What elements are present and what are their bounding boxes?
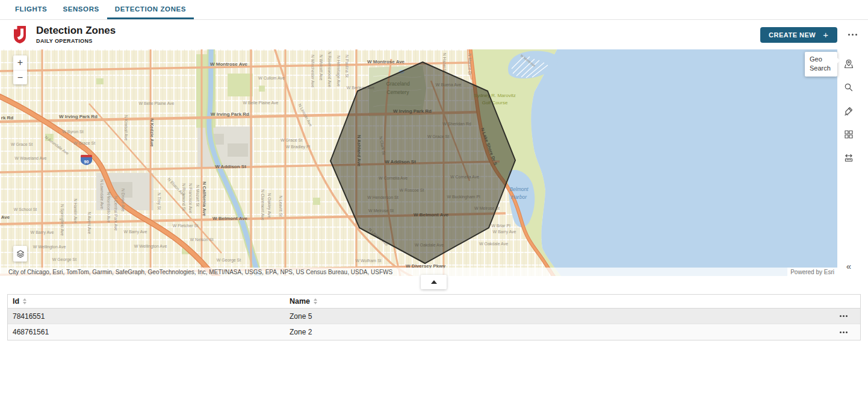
page-title: Detection Zones <box>36 25 116 37</box>
row-actions-button[interactable] <box>838 328 849 336</box>
map-attribution: City of Chicago, Esri, TomTom, Garmin, S… <box>0 268 837 276</box>
detection-zones-app: FLIGHTS SENSORS DETECTION ZONES Detectio… <box>0 0 868 417</box>
draw-icon <box>843 105 854 116</box>
geo-search-button[interactable] <box>837 52 860 75</box>
draw-zone-button[interactable] <box>837 99 860 122</box>
map-canvas[interactable]: 90 W Montrose AveW Montrose AveW Irving … <box>0 49 837 276</box>
map-tool-sidebar: « <box>837 49 868 276</box>
top-tab-bar: FLIGHTS SENSORS DETECTION ZONES <box>0 0 868 20</box>
dot-icon <box>852 34 854 36</box>
table-row[interactable]: 468761561 Zone 2 <box>8 324 860 340</box>
zone-id-cell: 468761561 <box>8 328 290 336</box>
dot-icon <box>855 34 858 36</box>
caret-up-icon <box>431 280 437 284</box>
tab-detection-zones[interactable]: DETECTION ZONES <box>107 0 194 19</box>
plus-icon: + <box>823 30 828 39</box>
tooltip-line2: Search <box>810 64 832 73</box>
dot-icon <box>840 331 842 333</box>
create-new-button[interactable]: CREATE NEW + <box>760 27 837 43</box>
sort-icon[interactable] <box>314 298 317 304</box>
zone-name-cell: Zone 5 <box>290 312 826 321</box>
powered-by-esri: Powered by Esri <box>787 268 837 276</box>
page-header: Detection Zones DAILY OPERATIONS CREATE … <box>0 20 868 49</box>
brand-logo <box>13 26 26 43</box>
dot-icon <box>843 315 845 317</box>
grid-icon <box>843 129 854 140</box>
panel-collapse-button[interactable] <box>421 275 447 289</box>
geo-search-icon <box>843 58 854 69</box>
geo-search-tooltip: Geo Search <box>805 52 837 77</box>
basemap-layers-button[interactable] <box>13 246 27 262</box>
zones-table: Id Name 78416551 Zone 5 468761561 Zone 2 <box>7 294 861 340</box>
tab-sensors[interactable]: SENSORS <box>55 0 107 19</box>
map-container: 90 W Montrose AveW Montrose AveW Irving … <box>0 49 837 276</box>
grid-view-button[interactable] <box>837 122 860 146</box>
column-header-id[interactable]: Id <box>13 297 19 306</box>
zoom-control: + − <box>13 55 27 84</box>
search-icon <box>843 82 854 93</box>
zone-id-cell: 78416551 <box>8 312 290 321</box>
dot-icon <box>840 315 842 317</box>
layers-icon <box>16 249 25 259</box>
page-subtitle: DAILY OPERATIONS <box>36 38 116 44</box>
column-header-name[interactable]: Name <box>290 297 310 306</box>
search-button[interactable] <box>837 75 860 99</box>
zoom-in-button[interactable]: + <box>13 55 27 70</box>
zoom-out-button[interactable]: − <box>13 70 27 84</box>
lake-michigan <box>531 49 837 276</box>
measure-button[interactable] <box>837 146 860 169</box>
zone-name-cell: Zone 2 <box>290 328 826 336</box>
header-more-menu-button[interactable] <box>846 30 860 40</box>
measure-icon <box>843 152 854 163</box>
tooltip-line1: Geo <box>810 55 832 64</box>
row-actions-button[interactable] <box>838 312 849 320</box>
sort-icon[interactable] <box>23 298 26 304</box>
tab-flights[interactable]: FLIGHTS <box>7 0 55 19</box>
dot-icon <box>846 315 848 317</box>
dot-icon <box>848 34 851 36</box>
create-new-label: CREATE NEW <box>769 31 816 39</box>
dot-icon <box>843 331 845 333</box>
table-header-row: Id Name <box>8 295 860 309</box>
collapse-sidebar-button[interactable]: « <box>837 257 860 274</box>
table-row[interactable]: 78416551 Zone 5 <box>8 309 860 324</box>
attribution-text: City of Chicago, Esri, TomTom, Garmin, S… <box>8 269 392 275</box>
dot-icon <box>846 331 848 333</box>
